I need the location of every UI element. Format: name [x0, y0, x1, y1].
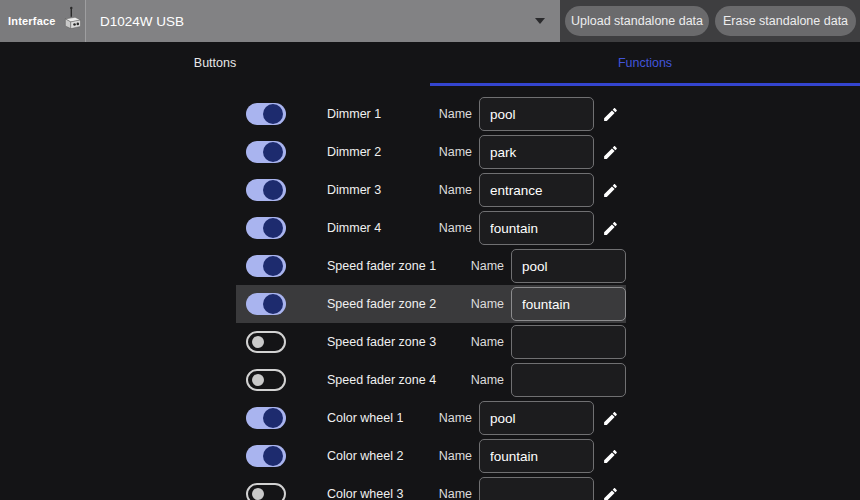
device-select[interactable]: D1024W USB — [85, 0, 560, 42]
name-field-label: Name — [439, 449, 472, 463]
toggle-knob — [263, 142, 283, 162]
toggle-speed-fader-zone-1[interactable] — [246, 255, 286, 277]
interface-label: Interface — [8, 15, 56, 27]
function-row-color-wheel-2: Color wheel 2 Name — [236, 437, 626, 475]
function-row-dimmer-2: Dimmer 2 Name — [236, 133, 626, 171]
function-label: Speed fader zone 4 — [327, 373, 436, 387]
name-field-label: Name — [439, 145, 472, 159]
edit-button[interactable] — [594, 144, 626, 161]
function-row-dimmer-4: Dimmer 4 Name — [236, 209, 626, 247]
name-input-dimmer-2[interactable] — [479, 135, 594, 169]
interface-zone: Interface — [0, 0, 85, 42]
name-field-label: Name — [471, 297, 504, 311]
name-input-color-wheel-3[interactable] — [479, 477, 594, 500]
name-input-speed-fader-zone-1[interactable] — [511, 249, 626, 283]
header: Interface D1024W USB Upload standalone d… — [0, 0, 860, 42]
name-input-speed-fader-zone-4[interactable] — [511, 363, 626, 397]
toggle-speed-fader-zone-4[interactable] — [246, 369, 286, 391]
function-row-speed-fader-zone-1: Speed fader zone 1 Name — [236, 247, 626, 285]
function-label: Dimmer 2 — [327, 145, 381, 159]
toggle-knob — [252, 336, 264, 348]
name-input-speed-fader-zone-3[interactable] — [511, 325, 626, 359]
toggle-speed-fader-zone-3[interactable] — [246, 331, 286, 353]
dmx-interface-device-icon — [61, 6, 87, 38]
toggle-knob — [252, 488, 264, 500]
toggle-knob — [252, 374, 264, 386]
function-label: Dimmer 4 — [327, 221, 381, 235]
edit-button[interactable] — [594, 182, 626, 199]
toggle-knob — [263, 218, 283, 238]
name-field-label: Name — [439, 183, 472, 197]
edit-button[interactable] — [594, 410, 626, 427]
toggle-dimmer-3[interactable] — [246, 179, 286, 201]
name-input-dimmer-3[interactable] — [479, 173, 594, 207]
name-input-color-wheel-1[interactable] — [479, 401, 594, 435]
toggle-knob — [263, 294, 283, 314]
pencil-icon — [602, 220, 619, 237]
function-row-dimmer-3: Dimmer 3 Name — [236, 171, 626, 209]
toggle-dimmer-4[interactable] — [246, 217, 286, 239]
chevron-down-icon — [535, 18, 545, 24]
edit-button[interactable] — [594, 486, 626, 500]
function-label: Speed fader zone 1 — [327, 259, 436, 273]
toggle-knob — [263, 104, 283, 124]
pencil-icon — [602, 486, 619, 500]
function-label: Speed fader zone 2 — [327, 297, 436, 311]
name-input-color-wheel-2[interactable] — [479, 439, 594, 473]
function-label: Color wheel 3 — [327, 487, 403, 500]
edit-button[interactable] — [594, 220, 626, 237]
name-field-label: Name — [471, 335, 504, 349]
name-input-dimmer-4[interactable] — [479, 211, 594, 245]
function-label: Dimmer 3 — [327, 183, 381, 197]
function-row-color-wheel-1: Color wheel 1 Name — [236, 399, 626, 437]
name-field-label: Name — [439, 107, 472, 121]
pencil-icon — [602, 448, 619, 465]
toggle-dimmer-2[interactable] — [246, 141, 286, 163]
toggle-dimmer-1[interactable] — [246, 103, 286, 125]
function-label: Dimmer 1 — [327, 107, 381, 121]
name-input-speed-fader-zone-2[interactable] — [511, 287, 626, 321]
function-label: Color wheel 2 — [327, 449, 403, 463]
pencil-icon — [602, 182, 619, 199]
toggle-knob — [263, 256, 283, 276]
name-field-label: Name — [439, 411, 472, 425]
pencil-icon — [602, 410, 619, 427]
device-select-value: D1024W USB — [100, 14, 184, 29]
pencil-icon — [602, 106, 619, 123]
edit-button[interactable] — [594, 106, 626, 123]
toggle-color-wheel-3[interactable] — [246, 483, 286, 500]
function-label: Speed fader zone 3 — [327, 335, 436, 349]
edit-button[interactable] — [594, 448, 626, 465]
function-row-speed-fader-zone-3: Speed fader zone 3 Name — [236, 323, 626, 361]
tab-buttons[interactable]: Buttons — [0, 42, 430, 86]
upload-standalone-data-button[interactable]: Upload standalone data — [565, 6, 709, 36]
function-row-speed-fader-zone-4: Speed fader zone 4 Name — [236, 361, 626, 399]
name-field-label: Name — [439, 487, 472, 500]
name-field-label: Name — [439, 221, 472, 235]
tab-functions[interactable]: Functions — [430, 42, 860, 86]
name-input-dimmer-1[interactable] — [479, 97, 594, 131]
toggle-color-wheel-1[interactable] — [246, 407, 286, 429]
pencil-icon — [602, 144, 619, 161]
header-actions: Upload standalone data Erase standalone … — [560, 0, 860, 42]
toggle-speed-fader-zone-2[interactable] — [246, 293, 286, 315]
toggle-knob — [263, 446, 283, 466]
function-row-speed-fader-zone-2: Speed fader zone 2 Name — [236, 285, 626, 323]
function-row-color-wheel-3: Color wheel 3 Name — [236, 475, 626, 500]
toggle-knob — [263, 180, 283, 200]
toggle-knob — [263, 408, 283, 428]
functions-list: Dimmer 1 Name Dimmer 2 Name Dimmer 3 Nam… — [236, 95, 626, 500]
name-field-label: Name — [471, 259, 504, 273]
function-row-dimmer-1: Dimmer 1 Name — [236, 95, 626, 133]
name-field-label: Name — [471, 373, 504, 387]
function-label: Color wheel 1 — [327, 411, 403, 425]
toggle-color-wheel-2[interactable] — [246, 445, 286, 467]
tab-bar: Buttons Functions — [0, 42, 860, 86]
erase-standalone-data-button[interactable]: Erase standalone data — [715, 6, 856, 36]
